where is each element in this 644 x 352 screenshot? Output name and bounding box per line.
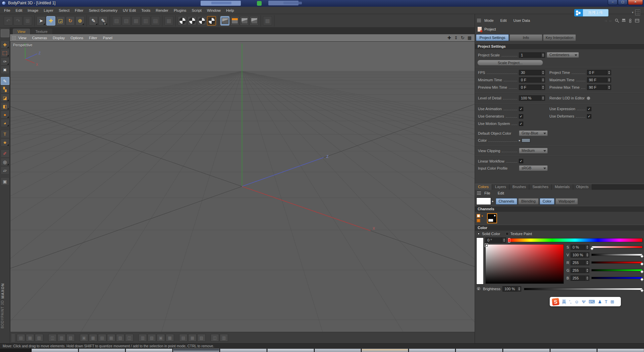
frame-tool[interactable]: ▣ [1,177,9,185]
minimize-button[interactable]: – [608,0,618,5]
tab-info[interactable]: Info [509,34,542,41]
unit-dropdown[interactable]: Centimeters [547,52,579,58]
toolbar-paint-brush-icon[interactable]: ✎ [89,16,98,26]
hue-slider[interactable] [507,238,643,242]
viewport-menu-display[interactable]: Display [53,36,65,40]
command-slot[interactable] [1,29,9,37]
channel-add-icon[interactable] [476,213,485,223]
clone-tool[interactable]: ▚ [1,85,9,93]
ime-punctuation[interactable]: ’, [569,300,572,304]
viewport-menu-view[interactable]: View [18,36,26,40]
colors-tab-brushes[interactable]: Brushes [509,184,529,190]
menu-edit[interactable]: Edit [13,7,25,14]
toolbar-live-selection-icon[interactable]: ➤ [37,16,46,26]
overlay-grid-icon[interactable] [635,9,640,15]
spinner-icon[interactable] [585,252,589,258]
maximize-button[interactable]: ▢ [618,0,628,5]
colors-tab-colors[interactable]: Colors [475,184,492,190]
sogou-ime-bar[interactable]: S 英’,☺Ψ⌨♟T⊞ [550,297,621,306]
taskbar-item[interactable] [597,349,644,352]
slider-track-r[interactable] [591,261,643,264]
slider-field-b[interactable]: 255 [571,275,589,281]
nav-back-icon[interactable]: ◅ [604,19,607,23]
radio-solid-color[interactable] [477,232,480,235]
menu-filter[interactable]: Filter [72,7,86,14]
slider-handle[interactable] [590,247,594,250]
slider-track-v[interactable] [591,254,643,256]
toolbar-select-points-icon[interactable] [178,16,187,26]
selection-tool[interactable] [1,49,9,57]
spinner-icon[interactable] [607,77,611,83]
toolbar-select-edges-icon[interactable] [187,16,197,26]
current-color-swatch[interactable] [476,197,491,205]
object-row[interactable]: Project [475,26,644,33]
spinner-icon[interactable] [502,237,506,243]
spinner-icon[interactable] [585,260,589,265]
default-object-color-dropdown[interactable]: Gray-Blue [519,130,548,136]
taskbar-item[interactable] [220,349,267,352]
toolbar-uv-mesh-mode-icon[interactable] [250,16,259,26]
ime-skin-icon[interactable]: T [605,300,607,304]
taskbar-item[interactable] [362,349,408,352]
menu-tools[interactable]: Tools [139,7,153,14]
ime-keyboard-icon[interactable]: ⌨ [589,300,595,304]
project-scale-field[interactable]: 1 [519,52,545,58]
taskbar-item[interactable] [550,349,597,352]
use-animation-checkbox[interactable]: ✓ [519,107,523,111]
wand-tool[interactable]: ✑ [1,57,9,65]
perspective-viewport[interactable]: Perspective Z X [10,42,475,332]
input-color-profile-dropdown[interactable]: sRGB [519,165,548,171]
menu-uv-edit[interactable]: UV Edit [120,7,139,14]
menu-image[interactable]: Image [25,7,41,14]
preview-min-time-field[interactable]: 0 F [519,85,545,90]
slider-field-g[interactable]: 255 [571,268,589,273]
nav-forward-icon[interactable]: ▻ [609,19,612,23]
taskbar-item[interactable] [32,349,78,352]
attributes-menu-mode[interactable]: Mode [484,18,494,23]
slider-field-r[interactable]: 255 [571,260,589,265]
tab-key-interpolation[interactable]: Key Interpolation [543,34,576,41]
ime-emoji-icon[interactable]: ☺ [575,300,579,304]
close-button[interactable]: ✕ [628,0,643,5]
ime-toolbox-icon[interactable]: ⊞ [610,300,614,304]
toolbar-select-polygons-icon[interactable] [197,16,206,26]
fill-tool[interactable]: ● [1,111,9,119]
menu-select[interactable]: Select [56,7,72,14]
taskbar-start-area[interactable] [0,349,31,352]
scale-project-button[interactable]: Scale Project... [477,60,543,65]
panel-icon[interactable] [635,18,640,23]
colors-menu-edit[interactable]: Edit [498,191,504,195]
mode-button-channels[interactable]: Channels [496,198,517,205]
toolbar-move-icon[interactable]: ✚ [46,16,55,26]
menu-help[interactable]: Help [223,7,237,14]
toolbar-rotate-icon[interactable]: ↻ [66,16,75,26]
spinner-icon[interactable] [541,70,545,75]
attributes-menu-edit[interactable]: Edit [500,18,507,23]
brightness-slider[interactable] [524,288,643,290]
slider-field-v[interactable]: 100 % [571,252,589,258]
pan-view-icon[interactable]: ✚ [447,35,451,40]
lod-field[interactable]: 100 % [519,95,545,101]
slider-track-b[interactable] [591,277,643,279]
viewport-menu-cameras[interactable]: Cameras [32,36,47,40]
slider-handle[interactable] [640,270,644,273]
color-picker-tool[interactable]: ◎ [1,158,9,166]
hamburger-icon[interactable] [477,191,481,195]
slider-track-s[interactable] [591,246,643,248]
paint-brush-tool[interactable]: ✎ [1,77,9,85]
mode-button-blending[interactable]: Blending [518,198,539,205]
object-color-swatch[interactable] [522,138,530,142]
linear-workflow-checkbox[interactable]: ✓ [519,159,523,163]
menu-layer[interactable]: Layer [41,7,56,14]
maximum-time-field[interactable]: 90 F [587,77,611,83]
toggle-views-icon[interactable]: ▦ [468,35,472,40]
eraser-tool[interactable]: ◪ [1,94,9,102]
zoom-view-icon[interactable]: ⇕ [454,35,458,40]
render-lod-checkbox[interactable] [587,96,590,100]
menu-script[interactable]: Script [189,7,204,14]
menu-plugins[interactable]: Plugins [171,7,189,14]
viewport-menu-options[interactable]: Options [70,36,83,40]
toolbar-select-uv-icon[interactable] [207,16,216,26]
taskbar-item[interactable] [503,349,550,352]
ime-lang-mode[interactable]: 英 [562,300,566,304]
